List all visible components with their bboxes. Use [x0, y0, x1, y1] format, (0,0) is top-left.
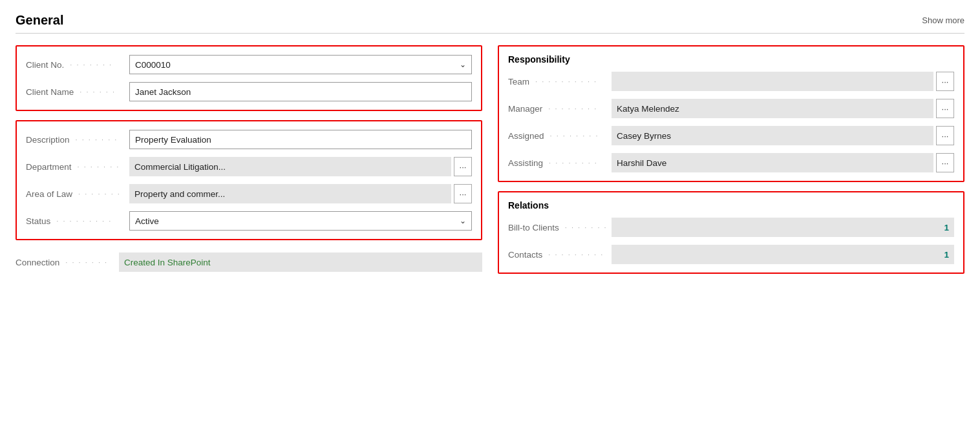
assisting-text: Harshil Dave — [612, 153, 933, 172]
team-dots-button[interactable]: ··· — [936, 72, 954, 91]
chevron-down-icon: ⌄ — [460, 216, 466, 225]
main-layout: Client No. · · · · · · · C000010 ⌄ Clien… — [16, 45, 964, 274]
connection-value: Created In SharePoint — [119, 252, 482, 272]
manager-field: Katya Melendez ··· — [612, 99, 954, 118]
assigned-dots-button[interactable]: ··· — [936, 126, 954, 145]
contacts-value[interactable]: 1 — [612, 245, 954, 264]
client-name-input[interactable] — [129, 82, 472, 101]
team-field: ··· — [612, 72, 954, 91]
bill-to-clients-count: 1 — [944, 223, 949, 232]
assigned-row: Assigned · · · · · · · · Casey Byrnes ··… — [508, 125, 954, 146]
manager-row: Manager · · · · · · · · Katya Melendez ·… — [508, 98, 954, 119]
left-column: Client No. · · · · · · · C000010 ⌄ Clien… — [16, 45, 482, 274]
connection-text: Created In SharePoint — [119, 252, 482, 272]
assisting-row: Assisting · · · · · · · · Harshil Dave ·… — [508, 152, 954, 173]
assigned-field: Casey Byrnes ··· — [612, 126, 954, 145]
team-label: Team · · · · · · · · · · — [508, 77, 612, 87]
team-value: ··· — [612, 72, 954, 91]
show-more-button[interactable]: Show more — [922, 15, 964, 25]
assisting-label: Assisting · · · · · · · · — [508, 158, 612, 168]
client-no-dropdown[interactable]: C000010 ⌄ — [129, 55, 472, 74]
assigned-value: Casey Byrnes ··· — [612, 126, 954, 145]
department-field: Commercial Litigation... ··· — [129, 157, 472, 176]
department-row: Department · · · · · · · Commercial Liti… — [26, 156, 472, 177]
manager-value: Katya Melendez ··· — [612, 99, 954, 118]
bill-to-clients-value[interactable]: 1 — [612, 218, 954, 237]
relations-title: Relations — [508, 200, 954, 211]
manager-label: Manager · · · · · · · · — [508, 104, 612, 114]
assigned-text: Casey Byrnes — [612, 126, 933, 145]
contacts-count: 1 — [944, 250, 949, 260]
department-dots-button[interactable]: ··· — [454, 157, 472, 176]
chevron-down-icon: ⌄ — [460, 60, 466, 69]
client-no-row: Client No. · · · · · · · C000010 ⌄ — [26, 54, 472, 75]
team-text — [612, 72, 933, 91]
status-value[interactable]: Active ⌄ — [129, 211, 472, 231]
matter-section-box: Description · · · · · · · Department · ·… — [16, 120, 482, 240]
client-name-row: Client Name · · · · · · — [26, 81, 472, 102]
page-title: General — [16, 13, 63, 28]
bill-to-clients-label: Bill-to Clients · · · · · · · — [508, 223, 612, 232]
assisting-dots-button[interactable]: ··· — [936, 153, 954, 172]
department-label: Department · · · · · · · — [26, 162, 129, 172]
area-of-law-value: Property and commer... ··· — [129, 184, 472, 203]
area-of-law-text: Property and commer... — [129, 184, 451, 203]
status-row: Status · · · · · · · · · Active ⌄ — [26, 211, 472, 231]
right-column: Responsibility Team · · · · · · · · · · … — [498, 45, 964, 274]
contacts-row: Contacts · · · · · · · · · 1 — [508, 244, 954, 265]
description-label: Description · · · · · · · — [26, 135, 129, 145]
responsibility-title: Responsibility — [508, 54, 954, 65]
client-section-box: Client No. · · · · · · · C000010 ⌄ Clien… — [16, 45, 482, 111]
assisting-value: Harshil Dave ··· — [612, 153, 954, 172]
assigned-label: Assigned · · · · · · · · — [508, 131, 612, 141]
description-input[interactable] — [129, 130, 472, 149]
bill-to-clients-badge[interactable]: 1 — [612, 218, 954, 237]
client-name-label: Client Name · · · · · · — [26, 87, 129, 97]
page-header: General Show more — [16, 13, 964, 34]
bill-to-clients-row: Bill-to Clients · · · · · · · 1 — [508, 217, 954, 238]
department-value: Commercial Litigation... ··· — [129, 157, 472, 176]
assisting-field: Harshil Dave ··· — [612, 153, 954, 172]
connection-row: Connection · · · · · · · Created In Shar… — [16, 252, 482, 273]
responsibility-section-box: Responsibility Team · · · · · · · · · · … — [498, 45, 964, 182]
description-value[interactable] — [129, 130, 472, 149]
client-no-value[interactable]: C000010 ⌄ — [129, 55, 472, 74]
client-no-label: Client No. · · · · · · · — [26, 60, 129, 70]
manager-text: Katya Melendez — [612, 99, 933, 118]
description-row: Description · · · · · · · — [26, 129, 472, 150]
area-of-law-label: Area of Law · · · · · · · — [26, 189, 129, 199]
contacts-label: Contacts · · · · · · · · · — [508, 250, 612, 260]
manager-dots-button[interactable]: ··· — [936, 99, 954, 118]
status-dropdown[interactable]: Active ⌄ — [129, 211, 472, 231]
area-of-law-row: Area of Law · · · · · · · Property and c… — [26, 183, 472, 204]
connection-label: Connection · · · · · · · — [16, 258, 119, 267]
department-text: Commercial Litigation... — [129, 157, 451, 176]
area-of-law-field: Property and commer... ··· — [129, 184, 472, 203]
team-row: Team · · · · · · · · · · ··· — [508, 71, 954, 92]
status-label: Status · · · · · · · · · — [26, 216, 129, 226]
relations-section-box: Relations Bill-to Clients · · · · · · · … — [498, 191, 964, 274]
contacts-badge[interactable]: 1 — [612, 245, 954, 264]
client-name-value[interactable] — [129, 82, 472, 101]
area-of-law-dots-button[interactable]: ··· — [454, 184, 472, 203]
